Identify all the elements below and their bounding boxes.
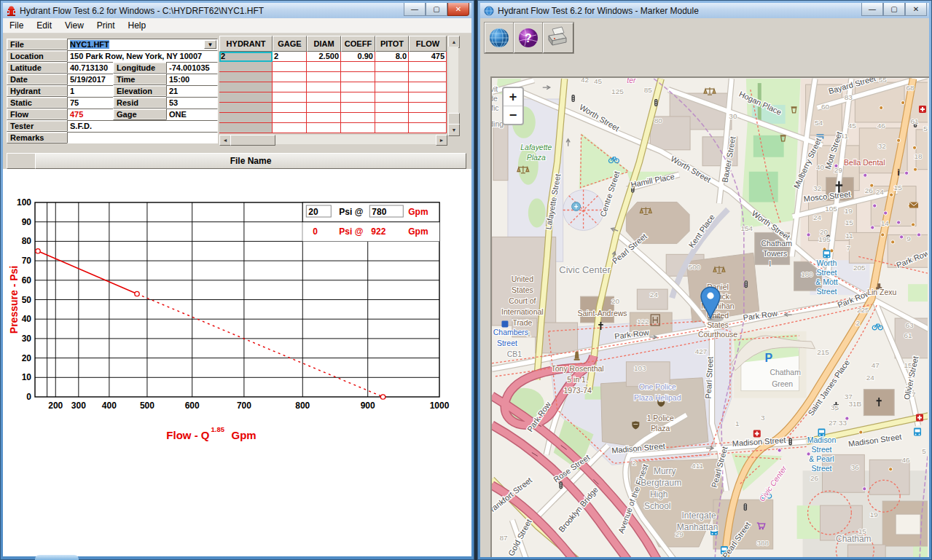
table-cell[interactable] bbox=[273, 92, 307, 103]
table-cell[interactable] bbox=[341, 82, 375, 92]
form-label-tester[interactable]: Tester bbox=[7, 120, 69, 132]
table-cell[interactable] bbox=[307, 82, 341, 92]
help-globe-button[interactable]: ? bbox=[514, 23, 544, 53]
file-combo[interactable]: NYC1.HFT▼ bbox=[67, 39, 218, 50]
table-cell[interactable]: 2.500 bbox=[307, 52, 341, 62]
left-close-button[interactable]: ✕ bbox=[447, 3, 469, 16]
table-scroll-left[interactable]: ◄ bbox=[219, 135, 231, 146]
column-header-flow[interactable]: FLOW bbox=[409, 36, 447, 52]
table-cell[interactable]: 2 bbox=[219, 52, 273, 62]
left-titlebar[interactable]: Hydrant Flow Test 6.2 for Windows - C:\H… bbox=[3, 3, 471, 18]
column-header-hydrant[interactable]: HYDRANT bbox=[219, 36, 273, 52]
form-field-hydrant[interactable]: 1 bbox=[67, 85, 114, 97]
form-label-latitude[interactable]: Latitude bbox=[7, 62, 69, 74]
leaflet-map[interactable]: iP 4245125858030836054454146324029321051… bbox=[492, 78, 928, 557]
table-cell[interactable] bbox=[409, 113, 447, 123]
table-cell[interactable] bbox=[409, 72, 447, 82]
column-header-diam[interactable]: DIAM bbox=[307, 36, 341, 52]
table-cell[interactable] bbox=[409, 62, 447, 72]
table-cell[interactable] bbox=[219, 72, 273, 82]
table-cell[interactable] bbox=[273, 103, 307, 113]
form-field-elevation[interactable]: 21 bbox=[166, 85, 218, 97]
form-label-location[interactable]: Location bbox=[7, 50, 69, 62]
combo-dropdown-arrow[interactable]: ▼ bbox=[204, 40, 216, 49]
table-hscroll-thumb[interactable] bbox=[230, 135, 275, 146]
table-cell[interactable]: 0.90 bbox=[341, 52, 375, 62]
file-name-header[interactable]: File Name bbox=[35, 153, 466, 169]
map-globe-button[interactable] bbox=[485, 23, 515, 53]
menu-item-help[interactable]: Help bbox=[122, 19, 153, 32]
left-minimize-button[interactable]: — bbox=[404, 3, 426, 16]
table-cell[interactable] bbox=[375, 123, 409, 133]
table-cell[interactable] bbox=[307, 62, 341, 72]
zoom-out-button[interactable]: − bbox=[504, 106, 522, 124]
form-field-static[interactable]: 75 bbox=[67, 97, 114, 109]
table-cell[interactable] bbox=[219, 103, 273, 113]
form-label-static[interactable]: Static bbox=[7, 97, 69, 109]
form-field-time[interactable]: 15:00 bbox=[166, 74, 218, 85]
table-cell[interactable] bbox=[307, 113, 341, 123]
table-cell[interactable] bbox=[273, 123, 307, 133]
table-cell[interactable] bbox=[273, 62, 307, 72]
table-cell[interactable] bbox=[273, 113, 307, 123]
menu-item-view[interactable]: View bbox=[58, 19, 90, 32]
table-cell[interactable] bbox=[375, 72, 409, 82]
table-cell[interactable] bbox=[219, 62, 273, 72]
form-label-elevation[interactable]: Elevation bbox=[113, 85, 168, 97]
table-cell[interactable] bbox=[307, 123, 341, 133]
table-cell[interactable] bbox=[219, 123, 273, 133]
table-cell[interactable] bbox=[375, 103, 409, 113]
form-field-location[interactable]: 150 Park Row, New York, NY 10007 bbox=[67, 50, 218, 62]
form-label-longitude[interactable]: Longitude bbox=[113, 62, 168, 74]
table-cell[interactable] bbox=[219, 92, 273, 103]
table-cell[interactable] bbox=[307, 72, 341, 82]
table-cell[interactable] bbox=[219, 113, 273, 123]
form-field-resid[interactable]: 53 bbox=[166, 97, 218, 109]
table-cell[interactable] bbox=[375, 113, 409, 123]
form-field-flow[interactable]: 475 bbox=[67, 109, 114, 120]
form-field-tester[interactable]: S.F.D. bbox=[67, 120, 218, 132]
table-cell[interactable] bbox=[307, 92, 341, 103]
table-cell[interactable] bbox=[341, 92, 375, 103]
form-label-flow[interactable]: Flow bbox=[7, 109, 69, 120]
table-cell[interactable] bbox=[307, 103, 341, 113]
table-cell[interactable]: 8.0 bbox=[375, 52, 409, 62]
right-close-button[interactable]: ✕ bbox=[905, 3, 927, 16]
table-cell[interactable] bbox=[341, 62, 375, 72]
form-label-resid[interactable]: Resid bbox=[113, 97, 168, 109]
table-cell[interactable] bbox=[409, 123, 447, 133]
form-label-file[interactable]: File bbox=[7, 39, 69, 50]
table-cell[interactable] bbox=[341, 113, 375, 123]
form-label-gage[interactable]: Gage bbox=[113, 109, 168, 120]
table-vscroll-track[interactable] bbox=[448, 47, 458, 122]
table-cell[interactable]: 2 bbox=[273, 52, 307, 62]
menu-item-edit[interactable]: Edit bbox=[30, 19, 58, 32]
column-header-gage[interactable]: GAGE bbox=[273, 36, 307, 52]
right-minimize-button[interactable]: — bbox=[861, 3, 883, 16]
table-cell[interactable] bbox=[219, 82, 273, 92]
table-cell[interactable] bbox=[273, 82, 307, 92]
table-cell[interactable] bbox=[375, 82, 409, 92]
form-field-latitude[interactable]: 40.713130 bbox=[67, 62, 114, 74]
table-cell[interactable] bbox=[409, 82, 447, 92]
form-field-longitude[interactable]: -74.001035 bbox=[166, 62, 218, 74]
table-cell[interactable] bbox=[273, 72, 307, 82]
table-cell[interactable] bbox=[375, 62, 409, 72]
form-field-date[interactable]: 5/19/2017 bbox=[67, 74, 114, 85]
form-label-hydrant[interactable]: Hydrant bbox=[7, 85, 69, 97]
table-cell[interactable] bbox=[341, 103, 375, 113]
form-field-gage[interactable]: ONE bbox=[166, 109, 218, 120]
form-label-date[interactable]: Date bbox=[7, 74, 69, 85]
print-button[interactable] bbox=[543, 23, 573, 53]
menu-item-file[interactable]: File bbox=[3, 19, 30, 32]
form-label-time[interactable]: Time bbox=[113, 74, 168, 85]
filename-side-button[interactable] bbox=[7, 153, 36, 169]
table-cell[interactable]: 475 bbox=[409, 52, 447, 62]
left-restore-button[interactable]: ▢ bbox=[426, 3, 447, 16]
right-restore-button[interactable]: ▢ bbox=[883, 3, 905, 16]
table-cell[interactable] bbox=[341, 123, 375, 133]
table-scroll-down[interactable]: ▼ bbox=[448, 124, 460, 136]
form-label-remarks[interactable]: Remarks bbox=[7, 132, 69, 143]
menu-item-print[interactable]: Print bbox=[90, 19, 122, 32]
column-header-coeff[interactable]: COEFF bbox=[341, 36, 375, 52]
